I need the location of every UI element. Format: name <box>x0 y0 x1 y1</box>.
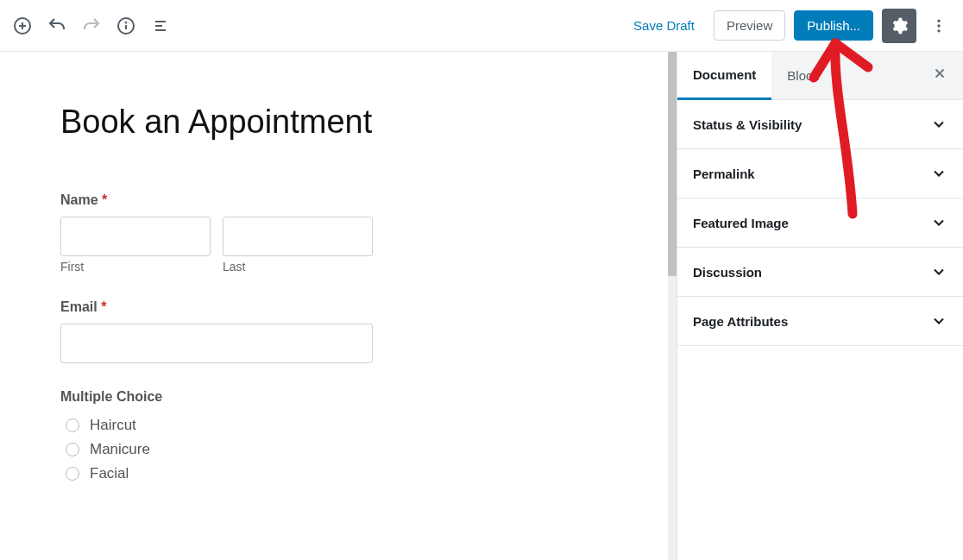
choices-group: Haircut Manicure Facial <box>60 413 607 486</box>
dots-vertical-icon <box>930 17 947 35</box>
panel-featured-image[interactable]: Featured Image <box>677 198 963 248</box>
info-icon <box>116 16 136 36</box>
chevron-down-icon <box>930 116 947 133</box>
chevron-down-icon <box>930 312 947 330</box>
add-block-button[interactable] <box>7 10 38 41</box>
name-sublabels: First Last <box>60 260 607 274</box>
radio-icon <box>66 443 79 456</box>
choice-item[interactable]: Manicure <box>60 437 607 462</box>
chevron-down-icon <box>930 165 947 182</box>
close-icon <box>932 66 947 81</box>
toolbar-right: Save Draft Preview Publish... <box>623 9 953 43</box>
toolbar-left <box>7 10 176 41</box>
settings-button[interactable] <box>882 9 916 43</box>
choice-label: Haircut <box>90 417 136 434</box>
required-asterisk: * <box>101 299 106 314</box>
chevron-down-icon <box>930 214 947 231</box>
chevron-down-icon <box>930 263 947 280</box>
more-options-button[interactable] <box>925 10 953 41</box>
undo-icon <box>47 16 67 36</box>
main-area: Book an Appointment Name * First Last Em… <box>0 52 963 560</box>
radio-icon <box>66 467 79 481</box>
scroll-thumb[interactable] <box>668 52 677 276</box>
last-sublabel: Last <box>223 260 373 274</box>
redo-icon <box>81 16 102 36</box>
sidebar-tabs: Document Block <box>677 52 963 100</box>
list-icon <box>150 16 171 36</box>
svg-point-9 <box>937 19 940 22</box>
plus-circle-icon <box>12 16 33 36</box>
settings-sidebar: Document Block Status & Visibility Perma… <box>677 52 963 560</box>
first-name-input[interactable] <box>60 217 211 256</box>
name-row <box>60 217 607 256</box>
last-name-input[interactable] <box>223 217 373 256</box>
required-asterisk: * <box>102 192 107 207</box>
multiple-choice-label: Multiple Choice <box>60 389 607 405</box>
panel-discussion[interactable]: Discussion <box>677 248 963 297</box>
choice-item[interactable]: Haircut <box>60 413 607 437</box>
outline-button[interactable] <box>145 10 176 41</box>
save-draft-link[interactable]: Save Draft <box>623 11 705 40</box>
tab-document[interactable]: Document <box>677 52 771 100</box>
tab-block[interactable]: Block <box>771 53 834 98</box>
panel-status-visibility[interactable]: Status & Visibility <box>677 100 963 149</box>
publish-button[interactable]: Publish... <box>794 10 873 41</box>
info-button[interactable] <box>110 10 142 41</box>
choice-item[interactable]: Facial <box>60 462 607 486</box>
first-sublabel: First <box>60 260 211 274</box>
gear-icon <box>890 16 909 35</box>
email-input[interactable] <box>60 324 373 363</box>
undo-button[interactable] <box>41 10 72 41</box>
svg-point-10 <box>937 24 940 27</box>
name-label: Name * <box>60 192 607 208</box>
preview-button[interactable]: Preview <box>714 10 785 41</box>
editor-canvas[interactable]: Book an Appointment Name * First Last Em… <box>0 52 668 560</box>
editor-scrollbar[interactable] <box>668 52 677 560</box>
choice-label: Manicure <box>90 441 150 458</box>
choice-label: Facial <box>90 465 129 482</box>
panel-permalink[interactable]: Permalink <box>677 149 963 198</box>
svg-point-5 <box>126 22 127 22</box>
top-toolbar: Save Draft Preview Publish... <box>0 0 963 52</box>
page-title[interactable]: Book an Appointment <box>60 104 607 141</box>
radio-icon <box>66 418 79 432</box>
sidebar-close-button[interactable] <box>916 66 963 85</box>
panel-page-attributes[interactable]: Page Attributes <box>677 297 963 346</box>
redo-button[interactable] <box>76 10 107 41</box>
email-label: Email * <box>60 299 607 315</box>
svg-point-11 <box>937 29 940 32</box>
